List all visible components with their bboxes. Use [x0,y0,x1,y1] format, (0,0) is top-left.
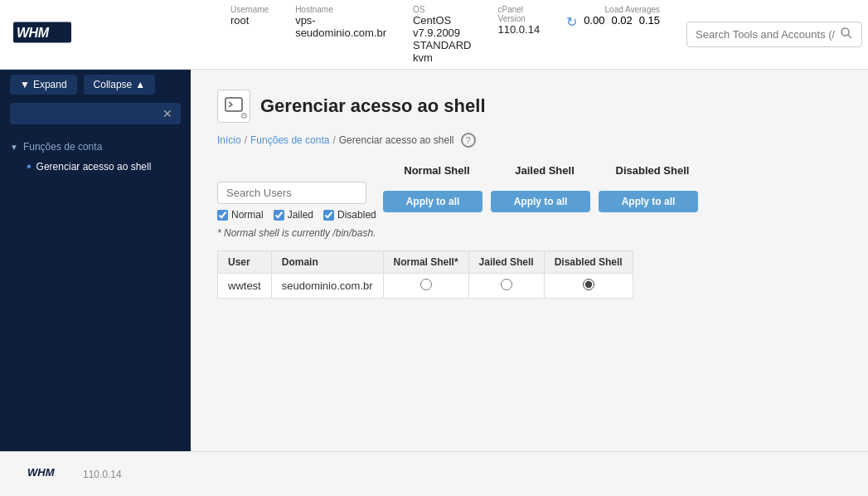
collapse-icon: ▲ [135,79,145,90]
svg-rect-5 [225,98,242,111]
hostname-label: Hostname [295,5,386,14]
sidebar-buttons: ▼ Expand Collapse ▲ [0,70,191,103]
breadcrumb-sep-2: / [332,134,335,146]
checkbox-disabled[interactable] [323,210,334,221]
checkbox-jailed[interactable] [274,210,284,221]
filter-checkboxes: Normal Jailed Disabled [217,209,383,221]
apply-disabled-button[interactable]: Apply to all [599,191,698,212]
load-values: ↻ 0.00 0.02 0.15 [566,14,660,30]
footer-version: 110.0.14 [83,469,122,480]
username-label: Username [230,5,269,14]
search-box[interactable] [686,22,862,47]
sidebar-section-header[interactable]: ▼ Funções de conta [10,138,181,156]
svg-point-2 [841,28,849,36]
username-group: Username root [230,5,269,64]
breadcrumb-section[interactable]: Funções de conta [250,134,329,146]
checkbox-disabled-label[interactable]: Disabled [323,209,376,221]
load-label: Load Averages [605,5,661,14]
help-icon[interactable]: ? [461,133,476,148]
os-label: OS [413,5,472,14]
svg-line-3 [848,35,851,38]
collapse-label: Collapse [94,79,133,90]
meta-info: Username root Hostname vps-seudominio.co… [230,5,660,64]
load-refresh-icon[interactable]: ↻ [566,14,577,30]
main-layout: ▼ Expand Collapse ▲ Gerenciar acesso ao … [0,70,868,451]
radio-disabled[interactable] [583,279,594,290]
cpanel-value: 110.0.14 [498,23,541,36]
table-header-disabled-shell: Disabled Shell [544,251,633,274]
sidebar-search-box[interactable]: Gerenciar acesso ao shell ✕ [10,103,181,124]
content-area: ⚙ Gerenciar acesso ao shell Início / Fun… [191,70,868,451]
footer-logo: WHM [27,462,76,486]
load-15min: 0.15 [639,14,660,30]
table-cell-jailed-radio[interactable] [468,274,544,299]
cpanel-group: cPanel Version 110.0.14 [498,5,541,64]
search-input[interactable] [696,28,835,41]
table-cell-user: wwtest [218,274,272,299]
chevron-down-icon: ▼ [10,143,18,152]
apply-jailed-button[interactable]: Apply to all [491,191,590,212]
sidebar-section-account-functions: ▼ Funções de conta • Gerenciar acesso ao… [0,133,191,182]
table-header-normal-shell: Normal Shell* [383,251,468,274]
sidebar: ▼ Expand Collapse ▲ Gerenciar acesso ao … [0,70,191,451]
sidebar-search-input[interactable]: Gerenciar acesso ao shell [17,108,161,119]
table-header-jailed-shell: Jailed Shell [468,251,544,274]
shell-table: User Domain Normal Shell* Jailed Shell D… [217,250,633,299]
svg-text:WHM: WHM [17,25,50,39]
col-jailed-shell: Jailed Shell [491,164,599,177]
sidebar-item-label: Gerenciar acesso ao shell [36,161,152,173]
sidebar-section-label: Funções de conta [23,141,102,153]
breadcrumb-current: Gerenciar acesso ao shell [339,134,454,146]
load-5min: 0.02 [611,14,632,30]
expand-icon: ▼ [20,79,30,90]
topbar-search [686,22,862,47]
col-disabled-shell: Disabled Shell [599,164,706,177]
sidebar-item-manage-shell[interactable]: • Gerenciar acesso ao shell [10,156,181,177]
checkbox-jailed-label[interactable]: Jailed [274,209,313,221]
search-icon [840,27,853,42]
page-icon: ⚙ [217,90,250,123]
table-cell-disabled-radio[interactable] [544,274,633,299]
topbar: WHM Username root Hostname vps-seudomini… [0,0,868,70]
svg-text:WHM: WHM [27,466,56,479]
shell-note: * Normal shell is currently /bin/bash. [217,227,841,239]
load-avg-group: Load Averages ↻ 0.00 0.02 0.15 [566,5,660,64]
breadcrumb-home[interactable]: Início [217,134,241,146]
checkbox-disabled-text: Disabled [337,209,376,221]
hostname-group: Hostname vps-seudominio.com.br [295,5,386,64]
search-users-input[interactable] [217,182,366,204]
os-group: OS CentOS v7.9.2009 STANDARD kvm [413,5,472,64]
load-1min: 0.00 [584,14,604,30]
cpanel-label: cPanel Version [498,5,541,23]
checkbox-normal[interactable] [217,210,228,221]
table-row: wwtest seudominio.com.br [218,274,633,299]
col-normal-shell: Normal Shell [383,164,491,177]
checkbox-normal-label[interactable]: Normal [217,209,264,221]
table-header-domain: Domain [271,251,383,274]
breadcrumb: Início / Funções de conta / Gerenciar ac… [217,133,841,148]
table-cell-domain: seudominio.com.br [271,274,383,299]
sidebar-search-clear-button[interactable]: ✕ [161,107,174,120]
hostname-value: vps-seudominio.com.br [295,14,386,39]
radio-normal[interactable] [420,279,432,290]
breadcrumb-sep-1: / [245,134,247,146]
username-value: root [230,14,269,27]
os-value: CentOS v7.9.2009 STANDARD kvm [413,14,472,64]
whm-logo: WHM [13,17,71,52]
page-title: Gerenciar acesso ao shell [260,95,486,117]
radio-jailed[interactable] [501,279,512,290]
table-cell-normal-radio[interactable] [383,274,468,299]
checkbox-normal-text: Normal [231,209,264,221]
expand-button[interactable]: ▼ Expand [10,75,77,95]
footer: WHM 110.0.14 [0,451,868,496]
table-header-user: User [218,251,272,274]
bullet-icon: • [27,160,32,173]
gear-icon: ⚙ [240,111,248,120]
page-header: ⚙ Gerenciar acesso ao shell [217,90,841,123]
checkbox-jailed-text: Jailed [288,209,313,221]
apply-normal-button[interactable]: Apply to all [383,191,482,212]
collapse-button[interactable]: Collapse ▲ [84,75,156,95]
expand-label: Expand [33,79,67,90]
